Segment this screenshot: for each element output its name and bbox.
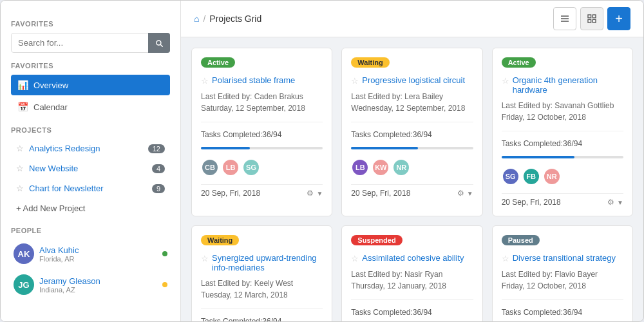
avatar-circle: LB [222,158,240,176]
project-card: Suspended ☆ Assimilated cohesive ability… [341,225,482,321]
card-title[interactable]: ☆ Organic 4th generation hardware [502,75,623,95]
card-title-text: Progressive logistical circuit [362,75,465,85]
card-meta: Last Edited by: Lera BaileyWednesday, 12… [351,91,473,114]
sidebar-overview-label: Overview [33,80,68,90]
progress-bar-fill [201,147,250,149]
sidebar: Favorites Favorites 📊 Overview 📅 Calenda… [1,1,181,321]
sidebar-item-newsletter[interactable]: ☆ Chart for Newsletter 9 [11,179,170,198]
card-avatars: SGFBNR [502,167,623,185]
star-icon: ☆ [502,254,509,263]
person-info-alva: Alva Kuhic Florida, AR [39,245,162,263]
status-badge: Active [201,57,235,68]
breadcrumb: ⌂ / Projects Grid [194,14,261,24]
avatar-circle: NR [543,167,561,185]
add-new-button[interactable]: + [607,7,630,30]
card-title-text: Synergized upward-trending info-mediarie… [212,253,323,272]
tasks-completed: Tasks Completed:36/94 [502,139,623,148]
chevron-down-icon[interactable]: ▼ [617,199,623,206]
main-header: ⌂ / Projects Grid + [181,1,643,37]
chart-icon: 📊 [17,80,28,90]
person-item-jeramy: JG Jeramy Gleason Indiana, AZ [11,270,170,299]
card-title[interactable]: ☆ Progressive logistical circuit [351,75,473,86]
avatar-circle: NR [392,158,410,176]
progress-bar-fill [502,156,575,158]
status-badge: Waiting [201,235,239,245]
avatar-jeramy: JG [14,274,34,295]
card-title-text: Assimilated cohesive ability [362,253,464,263]
main-content: ⌂ / Projects Grid + Active ☆ [181,1,643,321]
gear-icon[interactable]: ⚙ [457,189,464,198]
card-avatars: LBKWNR [351,158,473,176]
chevron-down-icon[interactable]: ▼ [467,190,473,197]
card-title[interactable]: ☆ Assimilated cohesive ability [351,253,473,263]
search-button[interactable] [148,33,170,53]
person-item-alva: AK Alva Kuhic Florida, AR [11,240,170,268]
card-divider [351,122,473,122]
tasks-completed: Tasks Completed:36/94 [351,308,473,317]
avatar-circle: LB [351,158,369,176]
card-divider [351,299,473,300]
svg-rect-6 [592,19,596,23]
sidebar-item-analytics[interactable]: ☆ Analytics Redesign 12 [11,139,170,158]
add-project-button[interactable]: + Add New Project [11,199,170,218]
avatar-circle: KW [372,158,390,176]
card-actions[interactable]: ⚙ ▼ [307,189,323,198]
progress-bar-bg [502,156,623,158]
sidebar-calendar-label: Calendar [33,102,68,112]
breadcrumb-current: Projects Grid [209,14,261,24]
project-analytics-label: Analytics Redesign [29,144,100,153]
card-actions[interactable]: ⚙ ▼ [607,198,623,207]
card-title[interactable]: ☆ Synergized upward-trending info-mediar… [201,253,323,272]
card-title-text: Diverse transitional strategy [513,253,616,263]
avatar-alva: AK [14,243,34,264]
avatar-circle: SG [502,167,520,185]
search-label: Favorites [11,20,170,28]
project-newsletter-badge: 9 [152,184,165,193]
progress-bar-bg [201,147,323,149]
home-icon[interactable]: ⌂ [194,14,199,24]
card-footer: 20 Sep, Fri, 2018 ⚙ ▼ [201,184,323,198]
status-badge: Suspended [351,235,402,245]
card-divider [201,308,323,309]
person-name-jeramy[interactable]: Jeramy Gleason [39,276,162,286]
project-analytics-badge: 12 [148,144,165,153]
progress-bar-bg [351,147,473,149]
card-divider [502,299,623,300]
gear-icon[interactable]: ⚙ [607,198,614,207]
card-date: 20 Sep, Fri, 2018 [201,189,260,198]
sidebar-item-website[interactable]: ☆ New Website 4 [11,159,170,178]
chevron-down-icon[interactable]: ▼ [316,190,323,197]
star-icon: ☆ [502,76,509,86]
add-project-label: + Add New Project [16,204,85,213]
card-divider [502,131,623,131]
project-website-label: New Website [29,164,78,173]
star-icon-analytics: ☆ [16,144,24,153]
project-newsletter-label: Chart for Newsletter [29,184,104,193]
star-icon-website: ☆ [16,164,24,173]
card-title[interactable]: ☆ Diverse transitional strategy [502,253,623,263]
search-input[interactable] [11,33,170,53]
breadcrumb-separator: / [203,14,205,24]
avatar-circle: FB [522,167,540,185]
sidebar-item-overview[interactable]: 📊 Overview [11,75,170,95]
projects-label: Projects [11,126,170,134]
avatar-circle: SG [242,158,260,176]
gear-icon[interactable]: ⚙ [307,189,314,198]
grid-view-button[interactable] [580,7,603,30]
list-view-button[interactable] [553,7,576,30]
person-name-alva[interactable]: Alva Kuhic [39,245,162,255]
star-icon-newsletter: ☆ [16,184,24,193]
card-meta: Last Edited by: Flavio BayerFriday, 12 O… [502,269,623,292]
card-date: 20 Sep, Fri, 2018 [502,198,561,207]
card-title[interactable]: ☆ Polarised stable frame [201,75,323,86]
card-avatars: CBLBSG [201,158,323,176]
project-card: Paused ☆ Diverse transitional strategy L… [492,225,633,321]
person-location-jeramy: Indiana, AZ [39,286,162,294]
project-card: Waiting ☆ Synergized upward-trending inf… [191,225,332,321]
tasks-completed: Tasks Completed:36/94 [351,130,473,139]
sidebar-item-calendar[interactable]: 📅 Calendar [11,97,170,117]
header-actions: + [553,7,630,30]
card-meta: Last Edited by: Savanah GottliebFriday, … [502,100,623,123]
card-meta: Last Edited by: Keely WestTuesday, 12 Ma… [201,278,323,301]
card-actions[interactable]: ⚙ ▼ [457,189,473,198]
